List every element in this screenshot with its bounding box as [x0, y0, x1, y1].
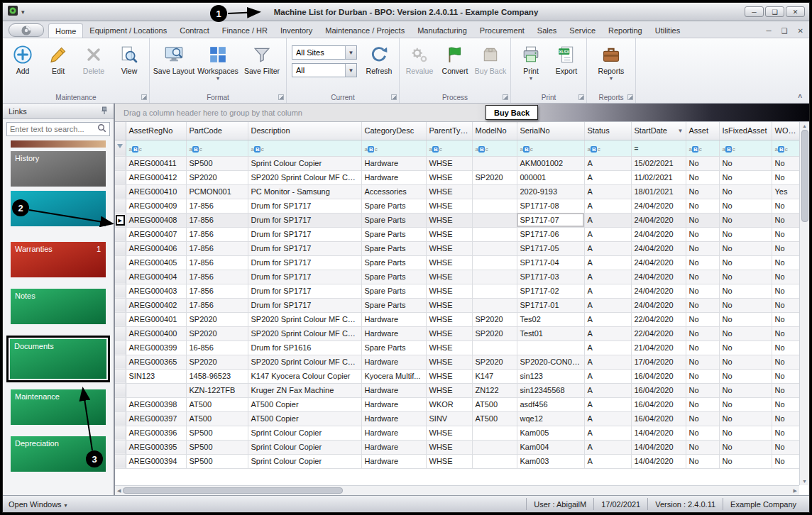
tab-service[interactable]: Service: [563, 23, 602, 38]
grid-cell[interactable]: SP2020: [186, 170, 248, 184]
grid-cell[interactable]: WHSE: [426, 440, 472, 454]
sidebar-tile-warranties[interactable]: Warranties1: [11, 242, 106, 277]
grid-cell[interactable]: No: [719, 241, 772, 255]
grid-cell[interactable]: Sprint Colour Copier: [248, 426, 361, 440]
revalue-button[interactable]: Revalue: [402, 41, 437, 77]
mdi-minimize-icon[interactable]: ─: [767, 27, 772, 35]
grid-cell[interactable]: Spare Parts: [361, 270, 426, 284]
print-button[interactable]: Print ▾: [513, 41, 549, 83]
add-button[interactable]: Add: [5, 41, 40, 77]
grid-cell[interactable]: SP2020 Sprint Colour MF Copier: [248, 170, 361, 184]
grid-cell[interactable]: No: [686, 298, 719, 312]
grid-cell[interactable]: K147 Kyocera Colour Copier: [248, 369, 361, 383]
grid-cell[interactable]: WHSE: [426, 340, 472, 355]
grid-cell[interactable]: No: [686, 355, 719, 369]
buy-back-button[interactable]: Buy Back: [473, 41, 508, 77]
grid-cell[interactable]: No: [719, 170, 772, 184]
grid-cell[interactable]: No: [772, 298, 799, 312]
grid-cell[interactable]: No: [686, 397, 719, 411]
grid-cell[interactable]: [472, 298, 517, 312]
grid-cell[interactable]: K147: [472, 369, 517, 383]
ribbon-collapse-icon[interactable]: ^: [798, 94, 802, 101]
grid-cell[interactable]: 14/04/2020: [631, 440, 686, 454]
grid-cell[interactable]: SP1717-08: [517, 199, 584, 213]
buy-back-floating-button[interactable]: Buy Back: [485, 105, 538, 120]
grid-cell[interactable]: 18/01/2021: [631, 184, 686, 199]
grid-cell[interactable]: Tes02: [517, 312, 584, 326]
sidebar-search[interactable]: [6, 122, 110, 136]
open-windows-button[interactable]: Open Windows▾: [9, 500, 67, 509]
grid-cell[interactable]: Kam004: [517, 440, 584, 454]
grid-cell[interactable]: No: [719, 156, 772, 170]
vertical-scroll-thumb[interactable]: [801, 130, 808, 222]
grid-cell[interactable]: Kyocera Multif...: [361, 369, 426, 383]
grid-cell[interactable]: Hardware: [361, 383, 426, 397]
grid-cell[interactable]: Hardware: [361, 312, 426, 326]
chevron-down-icon[interactable]: ▼: [345, 46, 356, 59]
titlebar[interactable]: ▾ Machine List for Durban - BPO: Version…: [3, 3, 809, 21]
grid-cell[interactable]: Drum for SP1717: [248, 270, 361, 284]
grid-row[interactable]: AREG000396SP500Sprint Colour CopierHardw…: [115, 426, 799, 440]
grid-cell[interactable]: No: [719, 213, 772, 227]
grid-cell[interactable]: [472, 426, 517, 440]
grid-cell[interactable]: No: [686, 199, 719, 213]
grid-cell[interactable]: A: [584, 454, 631, 468]
grid-cell[interactable]: A: [584, 213, 631, 227]
grid-cell[interactable]: No: [772, 355, 799, 369]
grid-cell[interactable]: WHSE: [426, 355, 472, 369]
grid-cell[interactable]: 16/04/2020: [631, 411, 686, 426]
grid-cell[interactable]: WHSE: [426, 156, 472, 170]
grid-cell[interactable]: 22/04/2020: [631, 312, 686, 326]
grid-row[interactable]: SIN1231458-96523K147 Kyocera Colour Copi…: [115, 369, 799, 383]
grid-cell[interactable]: No: [772, 170, 799, 184]
tab-equipment-locations[interactable]: Equipment / Locations: [83, 23, 173, 38]
grid-cell[interactable]: No: [686, 426, 719, 440]
grid-row[interactable]: AREG000411SP500Sprint Colour CopierHardw…: [115, 156, 799, 170]
grid-cell[interactable]: Hardware: [361, 170, 426, 184]
grid-cell[interactable]: SP2020: [186, 355, 248, 369]
filter-cell-parenttype[interactable]: aBc: [426, 140, 472, 156]
grid-cell[interactable]: AT500: [186, 397, 248, 411]
column-header-asset[interactable]: Asset: [686, 122, 719, 140]
grid-cell[interactable]: AREG000406: [126, 241, 186, 255]
grid-cell[interactable]: PC Monitor - Samsung: [248, 184, 361, 199]
grid-cell[interactable]: SP500: [186, 440, 248, 454]
grid-cell[interactable]: 17-856: [186, 213, 248, 227]
grid-cell[interactable]: 24/04/2020: [631, 284, 686, 298]
grid-cell[interactable]: No: [686, 156, 719, 170]
dialog-launcher-icon[interactable]: [141, 94, 147, 100]
grid-cell[interactable]: asdf456: [517, 397, 584, 411]
tab-procurement[interactable]: Procurement: [473, 23, 531, 38]
grid-row[interactable]: KZN-122TFBKruger ZN Fax MachineHardwareW…: [115, 383, 799, 397]
grid-cell[interactable]: Drum for SP1717: [248, 284, 361, 298]
mdi-close-icon[interactable]: ✕: [798, 27, 803, 35]
grid-cell[interactable]: No: [686, 411, 719, 426]
workspaces-dropdown-icon[interactable]: ▾: [216, 75, 219, 82]
grid-cell[interactable]: AT500 Copier: [248, 411, 361, 426]
grid-cell[interactable]: 15/02/2021: [631, 156, 686, 170]
grid-cell[interactable]: [472, 284, 517, 298]
tab-utilities[interactable]: Utilities: [649, 23, 686, 38]
grid-cell[interactable]: A: [584, 312, 631, 326]
sidebar-tile-documents[interactable]: Documents: [10, 339, 106, 379]
grid-cell[interactable]: SP1717-02: [517, 284, 584, 298]
grid-cell[interactable]: WHSE: [426, 255, 472, 270]
grid-cell[interactable]: [472, 440, 517, 454]
grid-cell[interactable]: AREG000399: [126, 340, 186, 355]
quick-access-dropdown-icon[interactable]: ▾: [21, 9, 25, 16]
grid-cell[interactable]: SP2020: [186, 312, 248, 326]
grid-cell[interactable]: No: [686, 270, 719, 284]
dialog-launcher-icon[interactable]: [627, 94, 633, 100]
grid-cell[interactable]: WHSE: [426, 454, 472, 468]
grid-cell[interactable]: AREG000403: [126, 284, 186, 298]
filter-cell-assetregno[interactable]: aBc: [126, 140, 186, 156]
grid-cell[interactable]: Hardware: [361, 355, 426, 369]
grid-cell[interactable]: No: [686, 340, 719, 355]
column-header-woatta[interactable]: WOAtta...: [772, 122, 799, 140]
grid-cell[interactable]: Spare Parts: [361, 213, 426, 227]
grid-cell[interactable]: 24/04/2020: [631, 270, 686, 284]
print-dropdown-icon[interactable]: ▾: [530, 75, 532, 82]
grid-cell[interactable]: WHSE: [426, 270, 472, 284]
grid-cell[interactable]: No: [719, 397, 772, 411]
grid-cell[interactable]: WHSE: [426, 199, 472, 213]
